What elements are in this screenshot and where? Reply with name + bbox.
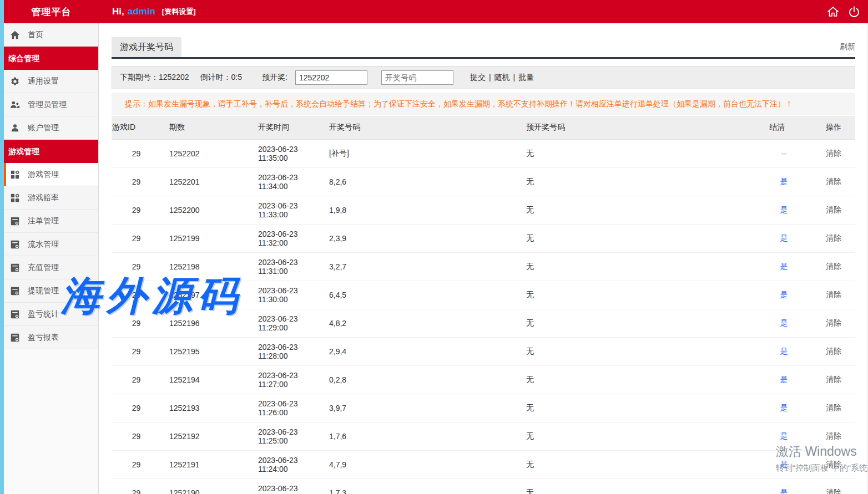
app-title: 管理平台 <box>4 6 99 18</box>
report-icon <box>10 333 20 343</box>
action-separator: | <box>513 73 516 82</box>
table-row: 2912521962023-06-23 11:29:004,8,2无是清除 <box>112 309 855 337</box>
clear-link[interactable]: 清除 <box>826 460 841 468</box>
clear-link[interactable]: 清除 <box>826 375 841 384</box>
draw-time-cell: 2023-06-23 11:27:00 <box>255 365 325 394</box>
settled-cell: 是 <box>769 365 799 394</box>
game-id-cell: 29 <box>112 365 161 394</box>
settled-link[interactable]: 是 <box>780 431 788 440</box>
game-id-cell: 29 <box>112 167 161 196</box>
sidebar-item-充值管理[interactable]: 充值管理 <box>4 256 98 279</box>
action-cell: 清除 <box>799 224 855 252</box>
period-cell: 1252201 <box>161 167 255 196</box>
pre-draw-cell: 无 <box>522 422 769 450</box>
table-row: 2912521922023-06-23 11:25:001,7,6无是清除 <box>112 422 855 450</box>
settled-link[interactable]: 是 <box>780 460 788 468</box>
draw-number-cell: 1,7,6 <box>325 422 522 450</box>
clear-link[interactable]: 清除 <box>826 262 841 271</box>
column-header: 结清 <box>769 116 799 139</box>
settled-link[interactable]: 是 <box>780 205 788 214</box>
main-content: 游戏开奖号码 刷新 下期期号：1252202 倒计时：0:5 预开奖: 提交|随… <box>99 23 867 494</box>
game-id-cell: 29 <box>112 337 161 365</box>
sidebar-item-label: 盈亏统计 <box>28 309 59 319</box>
tab-game-draw-numbers[interactable]: 游戏开奖号码 <box>112 37 181 57</box>
refresh-link[interactable]: 刷新 <box>840 42 855 52</box>
sidebar-item-label: 充值管理 <box>28 263 59 273</box>
settled-link[interactable]: 是 <box>780 262 788 271</box>
sidebar-item-管理员管理[interactable]: 管理员管理 <box>4 93 98 116</box>
sidebar-item-盈亏报表[interactable]: 盈亏报表 <box>4 326 98 349</box>
settled-link[interactable]: 是 <box>780 347 788 355</box>
clear-link[interactable]: 清除 <box>826 149 841 157</box>
action-cell: 清除 <box>799 394 855 422</box>
settled-link[interactable]: 是 <box>780 177 788 186</box>
draw-time-cell: 2023-06-23 11:25:00 <box>255 422 325 450</box>
pre-draw-cell: 无 <box>522 394 769 422</box>
pre-draw-cell: 无 <box>522 478 769 494</box>
settled-cell: 是 <box>769 196 799 224</box>
pre-draw-cell: 无 <box>522 224 769 252</box>
sidebar-item-注单管理[interactable]: 注单管理 <box>4 210 98 233</box>
sidebar-item-通用设置[interactable]: 通用设置 <box>4 70 98 93</box>
clear-link[interactable]: 清除 <box>826 431 841 440</box>
page: 管理平台 Hi,admin [资料设置] 首页综合管理通用设置管理员管理账户管理… <box>0 0 868 494</box>
draw-time-cell: 2023-06-23 11:23:00 <box>255 478 325 494</box>
settled-link[interactable]: 是 <box>780 375 788 384</box>
clear-link[interactable]: 清除 <box>826 290 841 299</box>
random-button[interactable]: 随机 <box>494 73 510 82</box>
column-header: 开奖时间 <box>255 116 325 139</box>
settled-link[interactable]: 是 <box>780 233 788 242</box>
clear-link[interactable]: 清除 <box>826 177 841 186</box>
table-row: 2912522022023-06-23 11:35:00[补号]无--清除 <box>112 139 855 167</box>
table-row: 2912521912023-06-23 11:24:004,7,9无是清除 <box>112 450 855 478</box>
power-icon[interactable] <box>848 6 860 18</box>
submit-button[interactable]: 提交 <box>470 73 486 82</box>
sidebar-item-label: 流水管理 <box>28 240 59 249</box>
sidebar-item-游戏管理[interactable]: 游戏管理 <box>4 163 98 186</box>
draw-number-cell: 1,7,3 <box>325 478 522 494</box>
settled-link[interactable]: 是 <box>780 318 788 327</box>
fill-number-link[interactable]: [补号] <box>329 149 349 157</box>
draw-number-input[interactable] <box>381 70 453 85</box>
clear-link[interactable]: 清除 <box>826 205 841 214</box>
draw-number-cell: 3,2,7 <box>325 252 522 281</box>
draw-number-cell: 6,4,5 <box>325 281 522 309</box>
settled-link[interactable]: 是 <box>780 290 788 299</box>
clear-link[interactable]: 清除 <box>826 318 841 327</box>
sidebar-item-label: 游戏管理 <box>28 170 59 180</box>
action-cell: 清除 <box>799 196 855 224</box>
sidebar-item-账户管理[interactable]: 账户管理 <box>4 116 98 140</box>
lottery-table: 游戏ID期数开奖时间开奖号码预开奖号码结清操作 2912522022023-06… <box>112 116 855 494</box>
action-cell: 清除 <box>799 450 855 478</box>
draw-time-cell: 2023-06-23 11:35:00 <box>255 139 325 167</box>
batch-button[interactable]: 批量 <box>518 73 534 82</box>
clear-link[interactable]: 清除 <box>826 403 841 412</box>
action-cell: 清除 <box>799 252 855 281</box>
sidebar-item-label: 账户管理 <box>28 123 59 133</box>
sidebar-menu: 首页综合管理通用设置管理员管理账户管理游戏管理游戏管理游戏赔率注单管理流水管理充… <box>4 23 98 349</box>
report-icon <box>10 286 20 296</box>
settled-link[interactable]: 是 <box>780 488 788 494</box>
sidebar-item-流水管理[interactable]: 流水管理 <box>4 233 98 256</box>
pre-draw-input[interactable] <box>295 70 367 85</box>
home-icon[interactable] <box>827 6 839 18</box>
clear-link[interactable]: 清除 <box>826 488 841 494</box>
profile-settings-link[interactable]: [资料设置] <box>162 7 196 17</box>
sidebar-item-label: 管理员管理 <box>28 100 67 110</box>
sidebar-item-首页[interactable]: 首页 <box>4 23 98 47</box>
settled-link[interactable]: 是 <box>780 403 788 412</box>
period-cell: 1252199 <box>161 224 255 252</box>
draw-number-cell: [补号] <box>325 139 522 167</box>
table-row: 2912522012023-06-23 11:34:008,2,6无是清除 <box>112 167 855 196</box>
clear-link[interactable]: 清除 <box>826 233 841 242</box>
countdown-text: 倒计时：0:5 <box>200 73 242 83</box>
settled-cell: 是 <box>769 450 799 478</box>
column-header: 开奖号码 <box>325 116 522 139</box>
report-icon <box>10 216 20 226</box>
pre-draw-cell: 无 <box>522 167 769 196</box>
sidebar-item-游戏赔率[interactable]: 游戏赔率 <box>4 186 98 210</box>
clear-link[interactable]: 清除 <box>826 347 841 355</box>
draw-time-cell: 2023-06-23 11:31:00 <box>255 252 325 281</box>
sidebar-item-提现管理[interactable]: 提现管理 <box>4 279 98 303</box>
sidebar-item-盈亏统计[interactable]: 盈亏统计 <box>4 303 98 326</box>
